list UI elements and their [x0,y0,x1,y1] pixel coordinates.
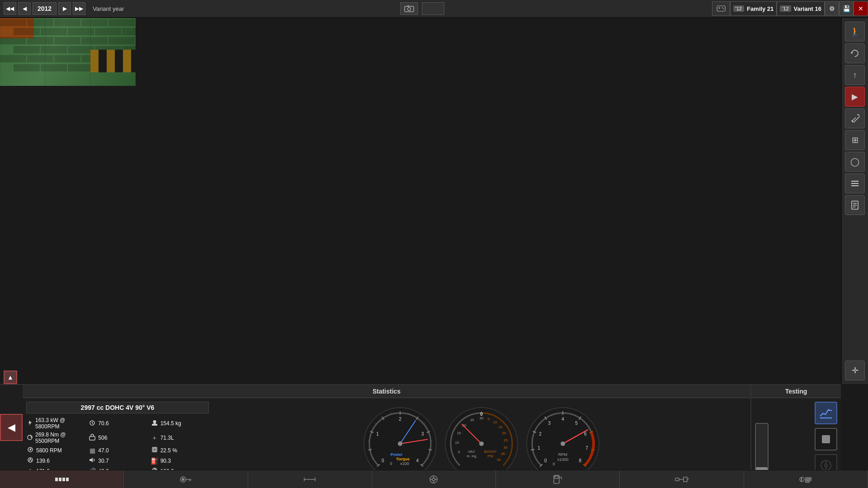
tab-keys[interactable] [124,470,248,488]
engine-title: 2997 cc DOHC 4V 90° V6 [26,402,209,413]
rpm-icon [26,446,34,455]
bottom-bar: i [0,470,868,488]
center-display [422,2,444,15]
move-tool[interactable]: ✛ [845,361,865,380]
testing-panel: Testing [750,385,841,470]
svg-rect-44 [62,478,65,481]
stat-fuel: ⛽ 90.3 [151,456,209,465]
last-year-button[interactable]: ▶▶ [73,2,85,15]
family-year-tag: '12 [733,5,744,12]
svg-rect-66 [806,479,811,481]
sound-icon-1 [88,456,96,465]
prev-year-button[interactable]: ◀ [18,2,31,15]
svg-rect-19 [90,436,95,440]
stats-header: Statistics [23,385,750,398]
stat-icon-4 [26,456,34,465]
stat-icon-1 [88,419,96,428]
percent-icon [151,446,159,455]
variant-section: '12 Variant 16 [777,1,825,16]
rotate-tool[interactable] [845,43,865,63]
year-navigation: ◀◀ ◀ 2012 ▶ ▶▶ Variant year [0,2,133,15]
svg-rect-43 [59,478,61,481]
prev-section-button[interactable]: ◀ [0,414,23,441]
svg-point-55 [432,478,435,481]
stop-button[interactable] [815,428,837,450]
up-tool[interactable]: ↑ [845,65,865,85]
torque-icon [26,434,33,442]
family-name: Family 21 [747,5,774,12]
family-section: '12 Family 21 [730,1,777,16]
stat-val2: 506 [88,432,146,444]
weight-value: 154.5 kg [160,420,181,427]
document-tool[interactable] [845,195,865,215]
stat-value-sound1: 30.7 [98,458,108,464]
grid-tool[interactable]: ⊞ [845,130,865,150]
stat-weight: 154.5 kg [151,417,209,430]
stat-val1: 70.6 [88,417,146,430]
stat-percent: 22.5 % [151,446,209,455]
stat-torque: 269.8 Nm @ 5500RPM [26,432,85,444]
fuel-icon: ⛽ [151,457,159,465]
svg-point-1 [408,8,411,11]
next-year-button[interactable]: ▶ [58,2,71,15]
svg-rect-32 [822,435,830,443]
svg-rect-9 [851,183,859,184]
svg-rect-59 [555,476,558,479]
close-button[interactable]: ✕ [854,1,868,16]
svg-rect-8 [851,181,859,182]
play-button[interactable]: ▶ [845,87,865,107]
svg-rect-67 [806,481,809,483]
graph-button[interactable] [815,402,837,424]
stat-icon-3: ▦ [88,447,96,454]
svg-point-34 [825,464,827,467]
stat-val4: 139.6 [26,456,85,465]
volume-icon: + [151,434,159,441]
stat-sound1: 30.7 [88,456,146,465]
svg-rect-23 [153,448,156,451]
svg-rect-16 [152,424,157,426]
tab-fuel[interactable] [496,470,620,488]
testing-header: Testing [751,385,841,398]
right-sidebar: 🚶 ↑ ▶ ⊞ ◯ ✛ [841,18,868,384]
svg-point-7 [723,8,724,9]
svg-rect-42 [55,478,58,481]
variant-year-label: Variant year [87,5,129,12]
engine-viewport [0,18,136,86]
top-bar-right: '12 Family 21 '12 Variant 16 ⚙ 💾 ✕ [712,1,868,16]
tab-info[interactable]: i [744,470,868,488]
svg-point-47 [182,479,184,481]
stat-value-2: 506 [98,435,107,441]
year-display: 2012 [33,2,57,15]
power-icon [26,419,33,428]
svg-rect-17 [153,420,156,422]
save-button[interactable]: 💾 [839,1,854,16]
weight-icon [151,419,159,428]
circle-tool[interactable]: ◯ [845,152,865,172]
svg-rect-10 [851,185,859,186]
stat-volume: + 71.3L [151,432,209,444]
svg-rect-3 [717,6,725,11]
walk-tool[interactable]: 🚶 [845,22,865,42]
first-year-button[interactable]: ◀◀ [4,2,16,15]
list-tool[interactable] [845,174,865,193]
bottom-panel: ◀ Statistics 2997 cc DOHC 4V 90° V6 163.… [0,384,841,470]
svg-rect-2 [407,5,409,7]
tab-engine-parts[interactable] [0,470,124,488]
tab-exhaust[interactable] [620,470,744,488]
top-bar-center [133,2,712,15]
wrench-tool[interactable] [845,108,865,128]
power-value: 163.3 kW @ 5800RPM [35,417,85,430]
stat-value-3: 47.0 [98,447,108,454]
settings-button[interactable]: ⚙ [825,1,839,16]
svg-point-63 [800,477,804,482]
controller-icon [712,1,730,16]
tab-dimensions[interactable] [248,470,372,488]
svg-point-21 [30,449,31,450]
svg-point-6 [722,7,723,8]
tab-transmission[interactable] [372,470,496,488]
variant-name: Variant 16 [794,5,821,12]
percent-value: 22.5 % [160,447,177,454]
toggle-panel-button[interactable]: ▲ [4,371,17,384]
camera-button[interactable] [400,2,418,15]
torque-value: 269.8 Nm @ 5500RPM [35,432,85,444]
